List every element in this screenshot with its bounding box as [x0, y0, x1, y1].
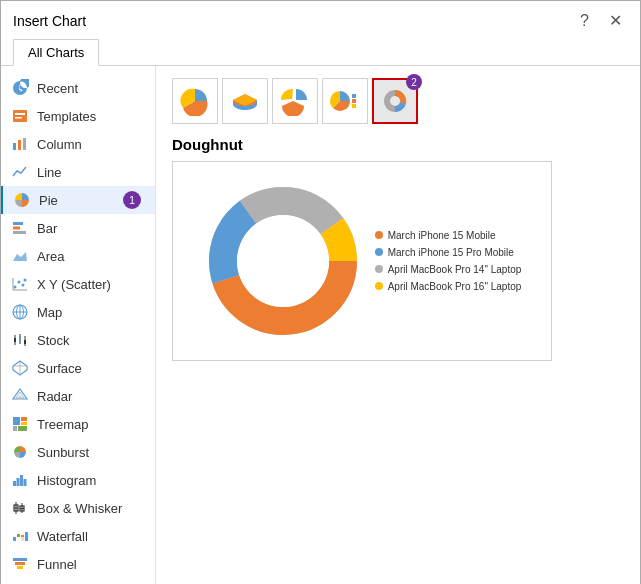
- svg-rect-48: [21, 537, 24, 541]
- legend-dot-1: [375, 248, 383, 256]
- area-icon: [11, 247, 29, 265]
- doughnut-chart-svg: [203, 181, 363, 341]
- svg-rect-33: [18, 426, 27, 431]
- svg-rect-37: [20, 475, 23, 486]
- sidebar-item-treemap-label: Treemap: [37, 417, 89, 432]
- sidebar-item-radar[interactable]: Radar: [1, 382, 155, 410]
- sidebar-item-sunburst-label: Sunburst: [37, 445, 89, 460]
- svg-marker-9: [13, 252, 27, 261]
- svg-rect-49: [25, 532, 28, 541]
- chart-preview-title: Doughnut: [172, 136, 624, 153]
- svg-rect-51: [15, 562, 25, 565]
- tabs-bar: All Charts: [1, 32, 640, 66]
- sidebar-item-templates[interactable]: Templates: [1, 102, 155, 130]
- radar-icon: [11, 387, 29, 405]
- waterfall-icon: [11, 527, 29, 545]
- svg-rect-29: [13, 417, 20, 425]
- title-bar-controls: ? ✕: [574, 9, 628, 32]
- insert-chart-dialog: Insert Chart ? ✕ All Charts Recent: [0, 0, 641, 584]
- svg-rect-57: [352, 94, 356, 98]
- chart-icon-pie-of-pie[interactable]: [322, 78, 368, 124]
- line-icon: [11, 163, 29, 181]
- svg-rect-21: [14, 338, 16, 342]
- svg-rect-23: [19, 336, 21, 341]
- treemap-icon: [11, 415, 29, 433]
- doughnut-badge: 2: [406, 74, 422, 90]
- svg-point-10: [14, 286, 17, 289]
- legend-dot-3: [375, 282, 383, 290]
- svg-rect-45: [13, 537, 16, 541]
- svg-rect-3: [13, 143, 16, 150]
- legend-label-0: March iPhone 15 Mobile: [388, 230, 496, 241]
- chart-icon-exploded-pie[interactable]: [272, 78, 318, 124]
- sidebar-item-histogram-label: Histogram: [37, 473, 96, 488]
- svg-rect-4: [18, 140, 21, 150]
- sidebar-item-stock[interactable]: Stock: [1, 326, 155, 354]
- sidebar-item-column[interactable]: Column: [1, 130, 155, 158]
- tab-all-charts[interactable]: All Charts: [13, 39, 99, 66]
- surface-icon: [11, 359, 29, 377]
- svg-rect-7: [13, 227, 20, 230]
- sidebar-item-treemap[interactable]: Treemap: [1, 410, 155, 438]
- sidebar-item-waterfall[interactable]: Waterfall: [1, 522, 155, 550]
- sidebar-item-area[interactable]: Area: [1, 242, 155, 270]
- sidebar-item-funnel-label: Funnel: [37, 557, 77, 572]
- svg-point-13: [24, 279, 27, 282]
- svg-rect-25: [24, 340, 26, 344]
- chart-icon-doughnut[interactable]: 2: [372, 78, 418, 124]
- sidebar-item-pie[interactable]: Pie 1: [1, 186, 155, 214]
- sidebar-item-sunburst[interactable]: Sunburst: [1, 438, 155, 466]
- sidebar: Recent Templates Column Li: [1, 66, 156, 584]
- svg-rect-36: [17, 478, 20, 486]
- map-icon: [11, 303, 29, 321]
- bar-icon: [11, 219, 29, 237]
- chart-icon-2d-pie[interactable]: [172, 78, 218, 124]
- sidebar-item-line[interactable]: Line: [1, 158, 155, 186]
- legend-label-1: March iPhone 15 Pro Mobile: [388, 247, 514, 258]
- svg-rect-46: [17, 534, 20, 537]
- svg-rect-47: [21, 535, 24, 537]
- svg-rect-35: [13, 481, 16, 486]
- chart-preview-box: March iPhone 15 Mobile March iPhone 15 P…: [172, 161, 552, 361]
- legend-item-0: March iPhone 15 Mobile: [375, 230, 522, 241]
- sidebar-item-box[interactable]: Box & Whisker: [1, 494, 155, 522]
- sidebar-item-surface-label: Surface: [37, 361, 82, 376]
- sidebar-item-surface[interactable]: Surface: [1, 354, 155, 382]
- legend-dot-2: [375, 265, 383, 273]
- legend-label-3: April MacBook Pro 16" Laptop: [388, 281, 522, 292]
- svg-rect-0: [13, 110, 27, 122]
- svg-rect-2: [15, 117, 22, 119]
- close-button[interactable]: ✕: [603, 9, 628, 32]
- help-button[interactable]: ?: [574, 10, 595, 32]
- pie-badge: 1: [123, 191, 141, 209]
- sidebar-item-bar[interactable]: Bar: [1, 214, 155, 242]
- chart-icon-3d-pie[interactable]: [222, 78, 268, 124]
- svg-rect-58: [352, 99, 356, 103]
- sidebar-item-map-label: Map: [37, 305, 62, 320]
- legend-dot-0: [375, 231, 383, 239]
- legend-item-2: April MacBook Pro 14" Laptop: [375, 264, 522, 275]
- legend-item-1: March iPhone 15 Pro Mobile: [375, 247, 522, 258]
- sidebar-item-scatter[interactable]: X Y (Scatter): [1, 270, 155, 298]
- svg-point-12: [22, 284, 25, 287]
- stock-icon: [11, 331, 29, 349]
- main-area: 2 Doughnut: [156, 66, 640, 584]
- sidebar-item-combo[interactable]: Combo: [1, 578, 155, 584]
- sidebar-item-radar-label: Radar: [37, 389, 72, 404]
- sidebar-item-bar-label: Bar: [37, 221, 57, 236]
- sidebar-item-area-label: Area: [37, 249, 64, 264]
- sidebar-item-map[interactable]: Map: [1, 298, 155, 326]
- histogram-icon: [11, 471, 29, 489]
- sidebar-item-funnel[interactable]: Funnel: [1, 550, 155, 578]
- recent-icon: [11, 79, 29, 97]
- svg-point-11: [18, 281, 21, 284]
- sidebar-item-waterfall-label: Waterfall: [37, 529, 88, 544]
- sidebar-item-box-label: Box & Whisker: [37, 501, 122, 516]
- scatter-icon: [11, 275, 29, 293]
- dialog-title: Insert Chart: [13, 13, 86, 29]
- chart-type-icons-row: 2: [172, 78, 624, 124]
- svg-rect-32: [13, 426, 17, 431]
- sidebar-item-recent[interactable]: Recent: [1, 74, 155, 102]
- sidebar-item-histogram[interactable]: Histogram: [1, 466, 155, 494]
- svg-rect-38: [24, 479, 27, 486]
